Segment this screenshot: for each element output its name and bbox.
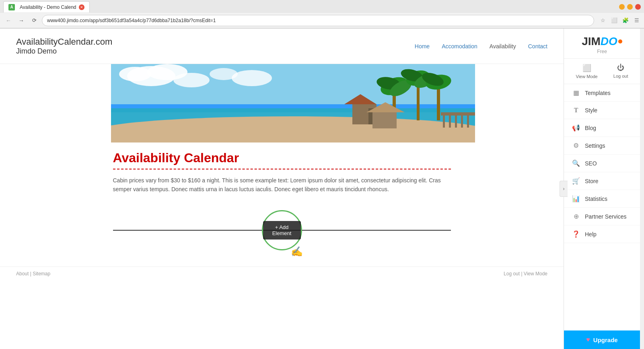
- heart-icon: ♥: [586, 336, 590, 343]
- svg-rect-31: [461, 116, 463, 128]
- svg-rect-10: [111, 126, 475, 142]
- hero-image: [111, 64, 475, 142]
- svg-rect-25: [372, 112, 397, 128]
- svg-rect-27: [441, 112, 475, 116]
- favicon-icon: A: [8, 4, 15, 10]
- seo-label: SEO: [585, 160, 597, 167]
- svg-point-3: [119, 67, 151, 81]
- site-logo: AvailabilityCalendar.com Jimdo Demo: [16, 37, 112, 56]
- monitor-icon: ⬜: [582, 64, 591, 72]
- logo-line2: Jimdo Demo: [16, 47, 112, 56]
- jimdo-nav: ▦ Templates T Style 📢 Blog ⚙ Settings 🔍 …: [564, 84, 640, 330]
- svg-rect-30: [455, 116, 457, 128]
- nav-contact[interactable]: Contact: [528, 43, 547, 50]
- log-out-label: Log out: [613, 74, 628, 78]
- style-label: Style: [585, 107, 597, 114]
- maximize-button[interactable]: [627, 4, 633, 10]
- sidebar-item-style[interactable]: T Style: [564, 102, 640, 119]
- sidebar-item-blog[interactable]: 📢 Blog: [564, 119, 640, 137]
- website-content: AvailabilityCalendar.com Jimdo Demo Home…: [0, 29, 564, 349]
- availability-title: Availability Calendar: [113, 151, 451, 165]
- settings-label: Settings: [585, 142, 605, 149]
- sidebar-item-templates[interactable]: ▦ Templates: [564, 84, 640, 102]
- address-bar[interactable]: [42, 15, 594, 26]
- svg-point-6: [232, 70, 272, 86]
- cursor-hand-icon: ✍: [291, 246, 303, 257]
- tab-close-button[interactable]: ✕: [79, 4, 84, 10]
- templates-icon: ▦: [572, 89, 580, 97]
- sidebar-item-help[interactable]: ❓ Help: [564, 225, 640, 243]
- jimdo-sidebar: JIMDO Free ⬜ View Mode ⏻ Log out ▦ Templ…: [564, 29, 640, 349]
- extensions-icon[interactable]: 🧩: [621, 17, 630, 25]
- style-icon: T: [572, 107, 580, 114]
- statistics-icon: 📊: [572, 195, 580, 202]
- site-footer: About | Sitemap Log out | View Mode: [0, 266, 564, 281]
- sidebar-item-settings[interactable]: ⚙ Settings: [564, 137, 640, 155]
- site-navigation: Home Accomodation Availability Contact: [415, 43, 547, 50]
- footer-left: About | Sitemap: [16, 271, 50, 277]
- sidebar-item-partner-services[interactable]: ⊕ Partner Services: [564, 208, 640, 225]
- sidebar-item-store[interactable]: 🛒 Store: [564, 172, 640, 190]
- logout-icon: ⏻: [617, 64, 624, 72]
- add-element-button[interactable]: + Add Element: [263, 221, 301, 240]
- close-button[interactable]: [635, 4, 641, 10]
- jimdo-logo-area: JIMDO Free: [564, 29, 640, 59]
- help-label: Help: [585, 231, 597, 237]
- hero-svg: [111, 64, 475, 142]
- jimdo-free-label: Free: [597, 49, 607, 54]
- forward-button[interactable]: →: [16, 15, 27, 26]
- jimdo-logo-do: DO: [601, 35, 617, 48]
- nav-home[interactable]: Home: [415, 43, 430, 50]
- scrollbar[interactable]: [640, 29, 644, 349]
- templates-label: Templates: [585, 90, 611, 96]
- add-element-bar[interactable]: + Add Element ✍: [113, 210, 451, 250]
- sidebar-item-seo[interactable]: 🔍 SEO: [564, 155, 640, 172]
- seo-icon: 🔍: [572, 159, 580, 167]
- content-body: Cabin prices vary from $30 to $160 a nig…: [113, 176, 451, 194]
- statistics-label: Statistics: [585, 196, 607, 202]
- view-mode-label: View Mode: [576, 74, 598, 79]
- svg-rect-32: [467, 116, 469, 128]
- store-label: Store: [585, 178, 598, 184]
- jimdo-logo: JIMDO: [582, 35, 622, 48]
- tab-title: Availability - Demo Calend: [20, 4, 76, 10]
- footer-right: Log out | View Mode: [504, 271, 547, 277]
- store-icon: 🛒: [572, 177, 580, 185]
- settings-icon: ⚙: [572, 142, 580, 149]
- partner-services-label: Partner Services: [585, 213, 626, 220]
- logo-line1: AvailabilityCalendar.com: [16, 37, 112, 47]
- red-divider: [113, 169, 451, 169]
- sidebar-item-statistics[interactable]: 📊 Statistics: [564, 190, 640, 208]
- blog-icon: 📢: [572, 124, 580, 132]
- jimdo-logo-jim: JIM: [582, 35, 601, 48]
- sidebar-collapse-button[interactable]: ›: [560, 181, 568, 197]
- minimize-button[interactable]: [619, 4, 625, 10]
- blog-label: Blog: [585, 125, 596, 131]
- svg-rect-28: [443, 116, 445, 128]
- help-icon: ❓: [572, 230, 580, 238]
- content-section: Availability Calendar Cabin prices vary …: [101, 142, 463, 266]
- partner-services-icon: ⊕: [572, 213, 580, 220]
- browser-controls: ← → ⟳ ☆ ⬜ 🧩 ☰: [0, 13, 644, 28]
- add-element-circle[interactable]: + Add Element ✍: [262, 210, 302, 250]
- log-out-button[interactable]: ⏻ Log out: [613, 64, 628, 79]
- upgrade-button[interactable]: ♥ Upgrade: [564, 330, 640, 349]
- browser-chrome: A Availability - Demo Calend ✕ ← → ⟳ ☆ ⬜…: [0, 0, 644, 29]
- refresh-button[interactable]: ⟳: [29, 15, 39, 26]
- svg-point-4: [173, 73, 210, 87]
- browser-tab[interactable]: A Availability - Demo Calend ✕: [3, 1, 90, 12]
- back-button[interactable]: ←: [3, 15, 14, 26]
- jimdo-top-actions: ⬜ View Mode ⏻ Log out: [564, 59, 640, 84]
- site-header: AvailabilityCalendar.com Jimdo Demo Home…: [0, 29, 564, 64]
- menu-icon[interactable]: ☰: [633, 17, 641, 25]
- jimdo-logo-dot: [618, 39, 622, 43]
- nav-accomodation[interactable]: Accomodation: [442, 43, 477, 50]
- nav-availability[interactable]: Availability: [490, 43, 516, 50]
- upgrade-label: Upgrade: [593, 337, 618, 343]
- svg-rect-29: [449, 116, 451, 128]
- view-mode-button[interactable]: ⬜ View Mode: [576, 64, 598, 79]
- cast-icon[interactable]: ⬜: [610, 17, 618, 25]
- browser-titlebar: A Availability - Demo Calend ✕: [0, 0, 644, 13]
- bookmark-icon[interactable]: ☆: [599, 17, 607, 25]
- main-layout: AvailabilityCalendar.com Jimdo Demo Home…: [0, 29, 644, 349]
